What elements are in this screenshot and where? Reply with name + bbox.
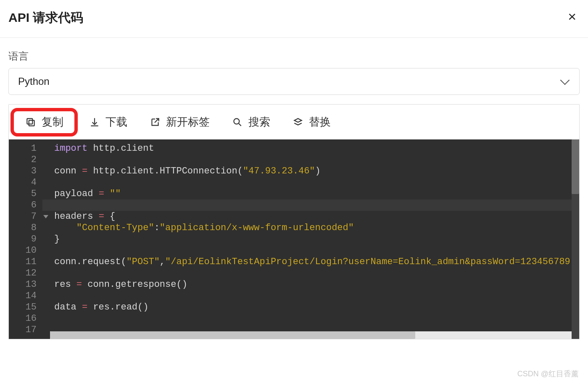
vertical-scrollbar[interactable] [572,139,579,339]
modal-header: API 请求代码 × [0,0,588,38]
language-select[interactable]: Python [8,68,580,95]
copy-label: 复制 [42,115,63,129]
svg-rect-1 [27,118,32,124]
replace-icon [292,116,304,128]
svg-point-2 [234,118,239,124]
code-editor[interactable]: 1234567891011121314151617 import http.cl… [8,139,580,339]
search-label: 搜索 [248,115,270,129]
vertical-scroll-thumb[interactable] [572,139,579,194]
modal-body: 语言 Python 复制 下载 新开标签 搜索 [0,38,588,344]
replace-label: 替换 [309,115,331,129]
close-icon[interactable]: × [568,9,576,24]
open-tab-label: 新开标签 [166,115,210,129]
open-tab-button[interactable]: 新开标签 [138,108,221,136]
download-label: 下载 [105,115,127,129]
search-icon [232,116,243,128]
horizontal-scroll-thumb[interactable] [50,331,415,339]
replace-button[interactable]: 替换 [281,108,342,136]
search-button[interactable]: 搜索 [221,108,281,136]
download-icon [89,116,100,128]
line-gutter: 1234567891011121314151617 [9,139,42,339]
open-tab-icon [149,116,161,128]
language-label: 语言 [8,50,580,63]
download-button[interactable]: 下载 [78,108,138,136]
copy-icon [25,116,37,128]
fold-marker-icon[interactable] [43,215,48,218]
code-area[interactable]: import http.client conn = http.client.HT… [42,139,579,339]
code-toolbar: 复制 下载 新开标签 搜索 替换 [8,104,580,139]
language-value: Python [18,76,50,87]
modal-title: API 请求代码 [8,9,83,26]
copy-button[interactable]: 复制 [11,108,78,136]
chevron-down-icon [560,76,570,85]
svg-rect-0 [29,120,34,126]
horizontal-scrollbar[interactable] [50,331,572,339]
